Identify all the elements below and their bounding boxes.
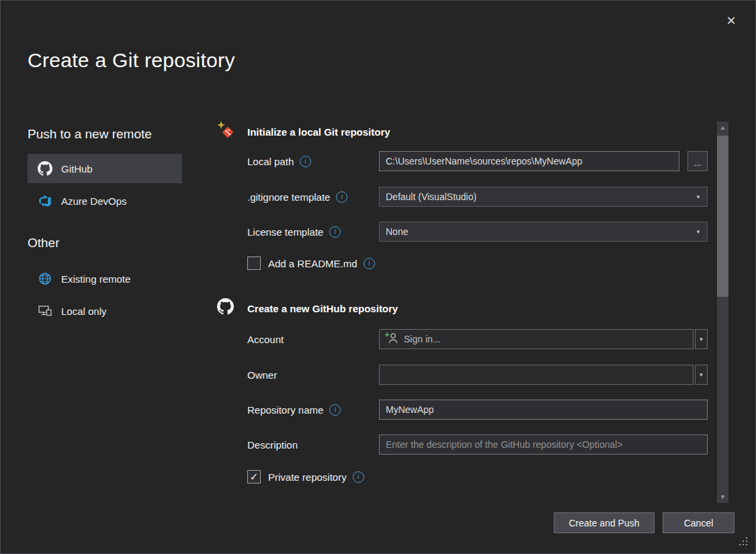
license-template-dropdown[interactable]: None ▼ <box>379 222 708 242</box>
private-repository-label: Private repository i <box>268 467 364 487</box>
github-section-header: Create a new GitHub repository <box>247 303 398 314</box>
sidebar-heading-other: Other <box>28 236 60 250</box>
vertical-scrollbar[interactable]: ▲ ▼ <box>717 122 728 503</box>
local-path-label: Local path i <box>247 151 311 171</box>
chevron-down-icon: ▼ <box>699 372 704 378</box>
description-input[interactable] <box>379 434 708 455</box>
sidebar-item-label: Local only <box>61 306 107 317</box>
account-label: Account <box>247 329 284 349</box>
account-dropdown-button[interactable]: ▼ <box>695 329 708 349</box>
azure-devops-icon <box>37 194 53 207</box>
info-icon[interactable]: i <box>329 226 341 238</box>
close-icon[interactable]: ✕ <box>720 10 742 32</box>
info-icon[interactable]: i <box>364 258 375 269</box>
owner-dropdown-button[interactable]: ▼ <box>695 365 708 385</box>
sidebar-item-azure-devops[interactable]: Azure DevOps <box>28 186 182 216</box>
gitignore-template-dropdown[interactable]: Default (VisualStudio) ▼ <box>379 187 708 207</box>
sidebar-item-github[interactable]: GitHub <box>28 154 182 183</box>
sidebar-heading-push-remote: Push to a new remote <box>28 127 152 142</box>
license-label: License template i <box>247 222 341 242</box>
info-icon[interactable]: i <box>336 191 347 203</box>
chevron-down-icon: ▼ <box>696 229 701 235</box>
scrollbar-thumb[interactable] <box>717 136 728 297</box>
git-new-repo-icon <box>216 120 236 143</box>
globe-icon <box>37 272 53 285</box>
create-and-push-button[interactable]: Create and Push <box>554 512 655 533</box>
scroll-up-icon[interactable]: ▲ <box>717 122 728 134</box>
github-icon <box>37 161 53 176</box>
repository-name-input[interactable] <box>379 400 708 420</box>
dialog-title: Create a Git repository <box>28 49 235 72</box>
owner-combobox[interactable] <box>379 365 694 385</box>
readme-checkbox[interactable] <box>247 257 261 270</box>
create-git-repository-dialog: ✕ Create a Git repository Push to a new … <box>0 0 756 554</box>
sidebar-item-label: GitHub <box>61 163 93 175</box>
info-icon[interactable]: i <box>329 404 341 416</box>
browse-button[interactable]: ... <box>687 151 708 171</box>
account-combobox[interactable]: Sign in... <box>379 329 694 349</box>
readme-label: Add a README.md i <box>268 253 375 273</box>
computer-icon <box>37 305 53 317</box>
init-section-header: Initialize a local Git repository <box>247 126 390 138</box>
cancel-button[interactable]: Cancel <box>663 512 734 533</box>
repository-name-label: Repository name i <box>247 400 341 420</box>
owner-label: Owner <box>247 365 277 385</box>
description-label: Description <box>247 434 298 455</box>
private-repository-checkbox[interactable]: ✓ <box>247 470 261 483</box>
local-path-input[interactable] <box>379 151 679 171</box>
gitignore-label: .gitignore template i <box>247 187 347 207</box>
sidebar-item-local-only[interactable]: Local only <box>28 296 182 326</box>
account-value: Sign in... <box>404 334 440 344</box>
check-icon: ✓ <box>250 471 259 483</box>
sidebar-item-existing-remote[interactable]: Existing remote <box>28 264 182 293</box>
github-icon <box>217 298 234 318</box>
resize-grip[interactable] <box>738 536 749 549</box>
add-user-icon <box>385 332 398 346</box>
sidebar-item-label: Existing remote <box>61 273 130 285</box>
info-icon[interactable]: i <box>300 156 311 167</box>
sidebar-item-label: Azure DevOps <box>61 195 127 207</box>
info-icon[interactable]: i <box>353 471 364 483</box>
chevron-down-icon: ▼ <box>696 194 701 200</box>
chevron-down-icon: ▼ <box>699 336 704 342</box>
scroll-down-icon[interactable]: ▼ <box>717 491 728 503</box>
